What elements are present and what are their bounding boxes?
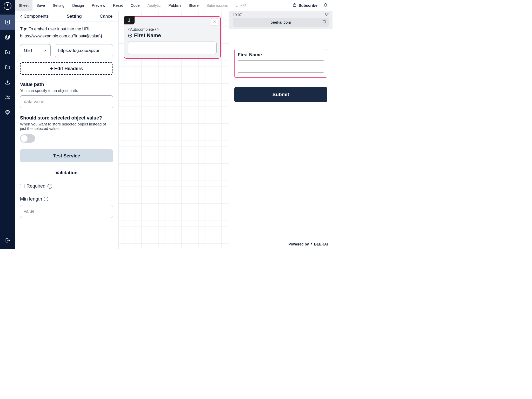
- store-object-label: Should store selected object value?: [20, 115, 113, 121]
- menu-setting[interactable]: Setting: [49, 0, 68, 11]
- component-type-tag: <Autocomplete / >: [128, 27, 217, 31]
- lock-open-icon: [292, 3, 297, 8]
- test-service-button[interactable]: Test Service: [20, 149, 113, 162]
- edit-headers-button[interactable]: + Edit Headers: [20, 62, 113, 75]
- svg-point-5: [7, 112, 8, 113]
- preview-first-name-field: First Name: [234, 49, 327, 78]
- svg-rect-1: [6, 35, 9, 38]
- validation-divider: Validation: [15, 170, 118, 176]
- menu-design[interactable]: Design: [68, 0, 88, 11]
- svg-rect-2: [5, 36, 8, 39]
- menu-preview[interactable]: Preview: [88, 0, 109, 11]
- notifications-button[interactable]: [323, 3, 328, 8]
- settings-panel: Components Setting Cancel Tip: To embed …: [15, 11, 118, 249]
- rail-download[interactable]: [0, 75, 15, 90]
- rail-settings[interactable]: [0, 105, 15, 120]
- info-icon: i: [44, 197, 48, 201]
- rail-copy[interactable]: [0, 30, 15, 45]
- field-card[interactable]: 1 <Autocomplete / > First Name: [124, 16, 221, 59]
- preview-time: 19:07: [233, 13, 242, 17]
- rail-folder[interactable]: [0, 60, 15, 75]
- value-path-label: Value path: [20, 82, 113, 87]
- live-preview: 19:07 beekai.com Firs: [229, 11, 332, 249]
- menu-link: Link: [232, 0, 250, 11]
- wifi-icon: [324, 12, 329, 17]
- check-circle-icon: [128, 33, 132, 38]
- left-rail: [0, 0, 15, 249]
- back-to-components[interactable]: Components: [19, 14, 49, 19]
- address-bar[interactable]: beekai.com: [233, 18, 329, 27]
- info-icon: i: [48, 184, 52, 189]
- menu-save[interactable]: Save: [32, 0, 49, 11]
- rail-add-folder[interactable]: [0, 45, 15, 60]
- beekai-logo-icon: [310, 242, 313, 246]
- canvas[interactable]: 1 <Autocomplete / > First Name: [118, 11, 229, 249]
- required-checkbox[interactable]: Required i: [20, 183, 113, 189]
- menu-publish[interactable]: Publish: [164, 0, 185, 11]
- card-close-button[interactable]: [211, 18, 218, 25]
- svg-point-3: [6, 96, 8, 97]
- chevron-down-icon: [43, 49, 47, 53]
- menu-sheet[interactable]: Sheet: [15, 0, 32, 11]
- http-method-select[interactable]: GET: [20, 44, 51, 57]
- svg-point-8: [327, 16, 327, 16]
- value-path-input[interactable]: data.value: [20, 95, 113, 108]
- browser-chrome: 19:07 beekai.com: [229, 11, 332, 29]
- close-icon: [213, 20, 216, 24]
- cancel-button[interactable]: Cancel: [100, 14, 114, 19]
- preview-submit-button[interactable]: Submit: [234, 87, 327, 102]
- menu-share[interactable]: Share: [185, 0, 203, 11]
- menu-reset[interactable]: Reset: [109, 0, 127, 11]
- card-title: First Name: [128, 32, 217, 38]
- logo-icon: [4, 2, 11, 10]
- chevron-left-icon: [19, 15, 23, 18]
- powered-by: Powered by BEEKAI: [289, 242, 328, 246]
- reload-icon[interactable]: [322, 20, 326, 25]
- tip-text: Tip: To embed user input into the URL: h…: [20, 25, 113, 39]
- menu-analytic: Analytic: [143, 0, 164, 11]
- card-number-badge: 1: [124, 16, 135, 24]
- svg-point-4: [8, 96, 9, 97]
- store-object-toggle[interactable]: [20, 134, 35, 143]
- menu-code[interactable]: Code: [127, 0, 144, 11]
- external-link-icon: [243, 3, 246, 8]
- svg-point-7: [128, 34, 132, 37]
- menu-submissions: Submissions: [203, 0, 232, 11]
- rail-users[interactable]: [0, 90, 15, 105]
- subscribe-button[interactable]: Subscribe: [292, 3, 317, 8]
- svg-rect-6: [293, 5, 296, 6]
- panel-title: Setting: [49, 14, 100, 19]
- value-path-desc: You can specify to an object path.: [20, 88, 113, 93]
- bell-icon: [323, 3, 328, 7]
- min-length-label: Min length: [20, 196, 42, 202]
- min-length-input[interactable]: value: [20, 205, 113, 218]
- card-input[interactable]: [128, 42, 217, 54]
- url-input[interactable]: https://dog.ceo/api/br: [55, 44, 113, 57]
- preview-first-name-input[interactable]: [238, 60, 324, 73]
- rail-add-page[interactable]: [0, 15, 15, 30]
- rail-logout[interactable]: [0, 233, 15, 248]
- store-object-desc: When you want to store selected object i…: [20, 122, 113, 131]
- menubar: Sheet Save Setting Design Preview Reset …: [15, 0, 332, 11]
